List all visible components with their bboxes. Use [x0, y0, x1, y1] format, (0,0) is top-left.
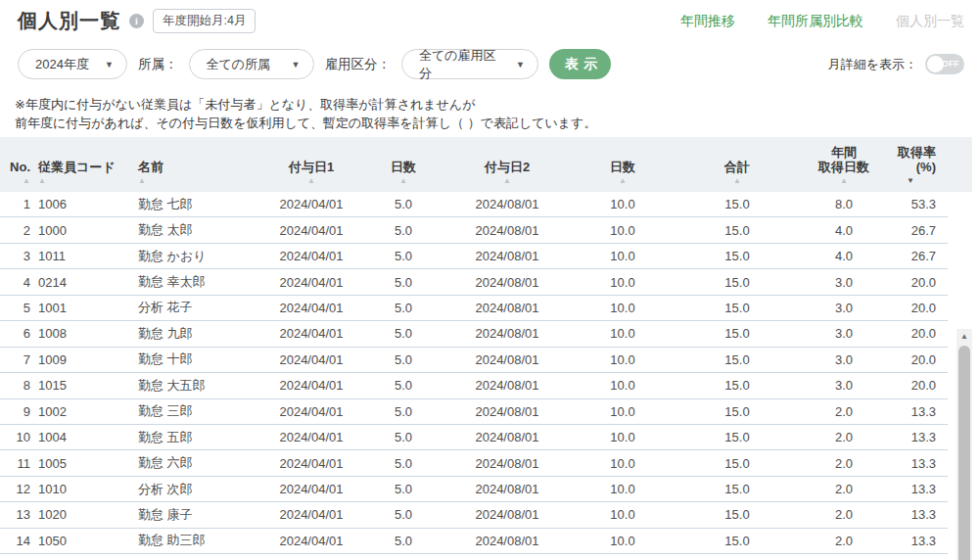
- department-select-value: 全ての所属: [207, 56, 271, 73]
- note-line-1: ※年度内に付与がない従業員は「未付与者」となり、取得率が計算されませんが: [15, 95, 596, 114]
- cell-acquisition-rate: 20.0: [893, 352, 948, 367]
- cell-grant-date-1: 2024/04/01: [264, 534, 358, 548]
- cell-annual-taken-days: 3.0: [795, 352, 893, 367]
- cell-grant-date-2: 2024/08/01: [448, 482, 566, 496]
- cell-employee-code: 1010: [33, 482, 135, 496]
- cell-days-2: 10.0: [566, 404, 679, 419]
- show-button[interactable]: 表示: [549, 49, 611, 79]
- nav-annual-department-comparison[interactable]: 年間所属別比較: [768, 13, 863, 30]
- month-detail-toggle-group: 月詳細を表示： OFF: [828, 54, 964, 74]
- sort-asc-icon-days-2: ▲: [566, 174, 679, 192]
- cell-no: 10: [0, 430, 33, 444]
- year-select[interactable]: 2024年度 ▼: [18, 49, 127, 79]
- column-label-acquisition-rate: 取得率(%): [893, 145, 936, 174]
- cell-no: 3: [0, 249, 33, 263]
- cell-acquisition-rate: 13.3: [893, 404, 948, 419]
- cell-days-2: 10.0: [566, 301, 679, 315]
- cell-total: 15.0: [679, 275, 795, 290]
- sort-asc-icon-no: ▲: [0, 174, 30, 192]
- column-header-days-1[interactable]: 日数▲: [358, 137, 448, 192]
- cell-annual-taken-days: 3.0: [795, 326, 893, 341]
- table-row: 61008勤怠 九郎2024/04/015.02024/08/0110.015.…: [0, 321, 948, 347]
- cell-days-2: 10.0: [566, 249, 679, 263]
- sort-asc-icon-days-1: ▲: [358, 174, 448, 192]
- cell-employee-code: 1001: [33, 301, 135, 315]
- cell-days-1: 5.0: [358, 326, 448, 341]
- cell-no: 6: [0, 326, 33, 341]
- cell-days-2: 10.0: [566, 352, 679, 367]
- notes: ※年度内に付与がない従業員は「未付与者」となり、取得率が計算されませんが 前年度…: [15, 95, 596, 132]
- column-header-days-2[interactable]: 日数▲: [566, 137, 679, 192]
- scrollbar-thumb[interactable]: [958, 346, 970, 560]
- cell-grant-date-2: 2024/08/01: [448, 275, 566, 290]
- sort-asc-icon-employee-code: ▲: [38, 174, 135, 192]
- chevron-down-icon: ▼: [516, 60, 525, 70]
- column-header-no[interactable]: No.▲: [0, 137, 33, 192]
- cell-days-1: 5.0: [358, 275, 448, 290]
- nav-annual-trend[interactable]: 年間推移: [680, 13, 735, 30]
- column-header-employee-code[interactable]: 従業員コード▲: [33, 137, 135, 192]
- cell-no: 1: [0, 197, 33, 211]
- column-header-total[interactable]: 合計▲: [679, 137, 795, 192]
- column-header-name[interactable]: 名前▲: [135, 137, 264, 192]
- cell-name: 勤怠 康子: [135, 506, 264, 524]
- cell-name: 勤怠 大五郎: [135, 377, 264, 395]
- table-scrollbar[interactable]: ▲: [956, 329, 972, 560]
- cell-annual-taken-days: 2.0: [795, 534, 893, 548]
- cell-days-2: 10.0: [566, 430, 679, 444]
- cell-grant-date-1: 2024/04/01: [264, 404, 358, 419]
- cell-acquisition-rate: 26.7: [893, 249, 948, 263]
- cell-employee-code: 1002: [33, 404, 135, 419]
- month-detail-toggle[interactable]: OFF: [925, 54, 964, 74]
- cell-employee-code: 1005: [33, 456, 135, 471]
- scrollbar-up-arrow-icon[interactable]: ▲: [956, 329, 972, 345]
- table-body: 11006勤怠 七郎2024/04/015.02024/08/0110.015.…: [0, 192, 948, 554]
- employment-type-label: 雇用区分：: [325, 56, 392, 73]
- cell-name: 勤怠 七郎: [135, 196, 264, 213]
- department-label: 所属：: [138, 56, 178, 73]
- cell-grant-date-1: 2024/04/01: [264, 352, 358, 367]
- cell-total: 15.0: [679, 249, 795, 263]
- cell-days-2: 10.0: [566, 197, 679, 211]
- cell-annual-taken-days: 3.0: [795, 275, 893, 290]
- table-row: 51001分析 花子2024/04/015.02024/08/0110.015.…: [0, 296, 948, 321]
- column-header-grant-date-1[interactable]: 付与日1▲: [264, 137, 358, 192]
- cell-days-1: 5.0: [358, 456, 448, 471]
- cell-days-1: 5.0: [358, 378, 448, 393]
- cell-grant-date-2: 2024/08/01: [448, 326, 566, 341]
- table-row: 71009勤怠 十郎2024/04/015.02024/08/0110.015.…: [0, 348, 948, 373]
- column-header-acquisition-rate[interactable]: 取得率(%)▼: [893, 137, 948, 192]
- table-row: 121010分析 次郎2024/04/015.02024/08/0110.015…: [0, 477, 948, 502]
- table-row: 40214勤怠 幸太郎2024/04/015.02024/08/0110.015…: [0, 269, 948, 295]
- info-icon[interactable]: i: [129, 14, 144, 28]
- cell-annual-taken-days: 2.0: [795, 430, 893, 444]
- cell-acquisition-rate: 20.0: [893, 326, 948, 341]
- cell-name: 勤怠 かおり: [135, 248, 264, 265]
- cell-grant-date-2: 2024/08/01: [448, 404, 566, 419]
- cell-total: 15.0: [679, 301, 795, 315]
- chevron-down-icon: ▼: [292, 60, 301, 70]
- cell-acquisition-rate: 20.0: [893, 275, 948, 290]
- cell-grant-date-2: 2024/08/01: [448, 507, 566, 522]
- cell-annual-taken-days: 3.0: [795, 378, 893, 393]
- cell-days-1: 5.0: [358, 301, 448, 315]
- cell-grant-date-1: 2024/04/01: [264, 507, 358, 522]
- table-row: 21000勤怠 太郎2024/04/015.02024/08/0110.015.…: [0, 217, 948, 243]
- table-row: 141050勤怠 助三郎2024/04/015.02024/08/0110.01…: [0, 529, 948, 554]
- employment-type-select[interactable]: 全ての雇用区分 ▼: [401, 49, 538, 79]
- cell-total: 15.0: [679, 326, 795, 341]
- cell-grant-date-1: 2024/04/01: [264, 430, 358, 444]
- column-header-annual-taken-days[interactable]: 年間 取得日数▲: [795, 137, 893, 192]
- cell-days-1: 5.0: [358, 404, 448, 419]
- cell-days-1: 5.0: [358, 249, 448, 263]
- column-label-annual-taken-days: 年間 取得日数: [795, 145, 893, 174]
- department-select[interactable]: 全ての所属 ▼: [189, 49, 314, 79]
- cell-grant-date-2: 2024/08/01: [448, 197, 566, 211]
- cell-name: 勤怠 五郎: [135, 429, 264, 446]
- chevron-down-icon: ▼: [105, 60, 114, 70]
- cell-days-1: 5.0: [358, 507, 448, 522]
- cell-total: 15.0: [679, 404, 795, 419]
- cell-total: 15.0: [679, 430, 795, 444]
- cell-annual-taken-days: 2.0: [795, 507, 893, 522]
- column-header-grant-date-2[interactable]: 付与日2▲: [448, 137, 566, 192]
